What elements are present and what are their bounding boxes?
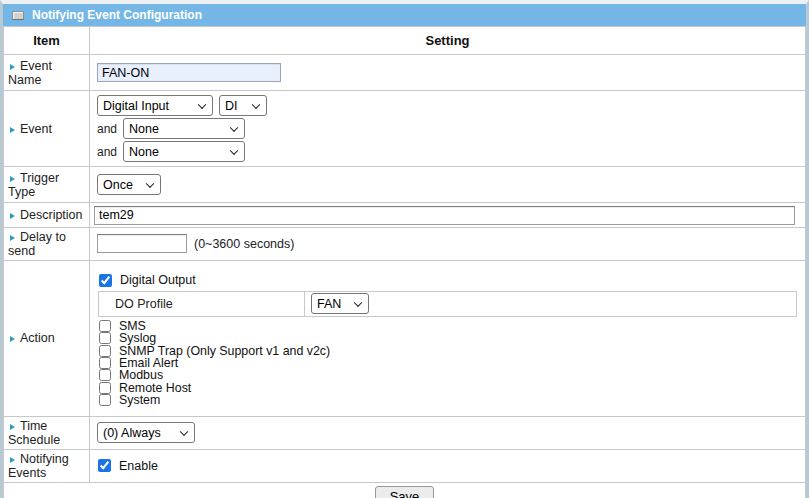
setting-column-header: Setting [90, 27, 806, 55]
event-subtype-select[interactable]: DI [219, 95, 267, 116]
trigger-type-row: Trigger Type Once [4, 167, 806, 203]
event-and1-select-wrap: None [123, 118, 245, 139]
panel-title: Notifying Event Configuration [32, 8, 202, 22]
delay-to-send-row: Delay to send (0~3600 seconds) [4, 227, 806, 260]
enable-checkbox[interactable] [98, 459, 111, 472]
event-name-label-cell: Event Name [4, 55, 90, 91]
event-type-select[interactable]: Digital Input [97, 95, 213, 116]
syslog-checkbox[interactable] [99, 332, 111, 344]
event-label-cell: Event [4, 91, 90, 167]
trigger-type-label-cell: Trigger Type [4, 167, 90, 203]
sms-checkbox[interactable] [99, 320, 111, 332]
action-label-cell: Action [4, 260, 90, 416]
time-schedule-label: Time Schedule [8, 419, 60, 447]
action-option-system: System [97, 394, 801, 406]
delay-label-cell: Delay to send [4, 227, 90, 260]
action-row: Action Digital Output DO Profile FAN SMS [4, 260, 806, 416]
delay-label: Delay to send [8, 230, 66, 258]
delay-hint: (0~3600 seconds) [194, 237, 294, 251]
digital-output-checkbox[interactable] [99, 274, 112, 287]
bullet-arrow-icon [10, 64, 15, 70]
description-label-cell: Description [4, 203, 90, 228]
enable-label: Enable [119, 459, 158, 473]
save-button[interactable]: Save [375, 486, 435, 498]
modbus-checkbox[interactable] [99, 369, 111, 381]
window-panel-icon [12, 11, 24, 20]
action-option-modbus: Modbus [97, 369, 801, 381]
do-profile-label: DO Profile [99, 292, 305, 316]
remote-host-checkbox[interactable] [99, 382, 111, 394]
table-header-row: Item Setting [4, 27, 806, 55]
description-label: Description [20, 208, 83, 222]
configuration-table: Item Setting Event Name Event Digital In… [3, 26, 806, 498]
bullet-arrow-icon [10, 424, 15, 430]
trigger-type-select-wrap: Once [97, 174, 161, 195]
delay-input[interactable] [97, 234, 187, 253]
do-profile-select-wrap: FAN [311, 293, 369, 314]
do-profile-subtable: DO Profile FAN [98, 291, 797, 317]
event-type-select-wrap: Digital Input [97, 95, 213, 116]
save-row: Save [4, 482, 806, 498]
and-label: and [97, 122, 117, 136]
notifying-events-label-cell: Notifying Events [4, 449, 90, 482]
notifying-event-configuration-panel: Notifying Event Configuration Item Setti… [0, 0, 809, 498]
snmp-trap-checkbox[interactable] [99, 345, 111, 357]
action-option-sms: SMS [97, 320, 801, 332]
time-schedule-select[interactable]: (0) Always [97, 422, 195, 443]
and-label: and [97, 145, 117, 159]
system-label: System [119, 393, 160, 407]
bullet-arrow-icon [10, 235, 15, 241]
event-and2-select-wrap: None [123, 141, 245, 162]
description-input[interactable] [94, 206, 795, 225]
bullet-arrow-icon [10, 127, 15, 133]
description-row: Description [4, 203, 806, 228]
email-alert-checkbox[interactable] [99, 357, 111, 369]
notifying-events-row: Notifying Events Enable [4, 449, 806, 482]
time-schedule-label-cell: Time Schedule [4, 416, 90, 449]
event-and2-select[interactable]: None [123, 141, 245, 162]
event-and1-select[interactable]: None [123, 118, 245, 139]
system-checkbox[interactable] [99, 394, 111, 406]
action-label: Action [20, 331, 55, 345]
action-option-syslog: Syslog [97, 332, 801, 344]
event-name-row: Event Name [4, 55, 806, 91]
digital-output-label: Digital Output [120, 273, 196, 287]
bullet-arrow-icon [10, 213, 15, 219]
time-schedule-row: Time Schedule (0) Always [4, 416, 806, 449]
event-label: Event [20, 122, 52, 136]
item-column-header: Item [4, 27, 90, 55]
time-schedule-select-wrap: (0) Always [97, 422, 195, 443]
bullet-arrow-icon [10, 457, 15, 463]
trigger-type-label: Trigger Type [8, 171, 59, 199]
event-subtype-select-wrap: DI [219, 95, 267, 116]
bullet-arrow-icon [10, 176, 15, 182]
action-option-email-alert: Email Alert [97, 357, 801, 369]
event-row: Event Digital Input DI and None and None [4, 91, 806, 167]
bullet-arrow-icon [10, 336, 15, 342]
action-option-remote-host: Remote Host [97, 382, 801, 394]
action-option-snmp-trap: SNMP Trap (Only Support v1 and v2c) [97, 344, 801, 356]
notifying-events-label: Notifying Events [8, 452, 69, 480]
panel-title-bar: Notifying Event Configuration [3, 4, 806, 26]
event-name-input[interactable] [97, 63, 281, 82]
trigger-type-select[interactable]: Once [97, 174, 161, 195]
do-profile-select[interactable]: FAN [311, 293, 369, 314]
